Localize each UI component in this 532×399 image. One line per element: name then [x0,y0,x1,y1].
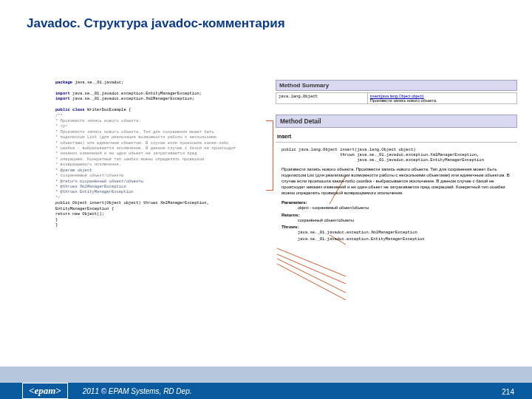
bracket-icon [266,120,273,191]
method-name: insert [277,134,517,139]
summary-return-type: java.lang.Object [276,93,368,104]
summary-signature-cell: insert(java.lang.Object object) Произвес… [367,93,516,104]
parameters-block: Parameters: object - сохраняемый объект/… [282,200,517,211]
summary-brief: Произвести запись нового объекта. [370,98,437,103]
epam-logo: <epam> [22,383,68,399]
javadoc-pane: Method Summary java.lang.Object insert(j… [276,80,517,243]
throws-label: Throws: [282,225,299,229]
svg-line-3 [277,254,346,284]
method-summary-table: java.lang.Object insert(java.lang.Object… [276,92,517,104]
copyright: 2011 © EPAM Systems, RD Dep. [83,387,192,395]
divider [276,142,517,143]
svg-line-4 [277,259,346,293]
code-pane: package package java.se._01.javadoc;java… [55,80,270,243]
footer-light-bar [0,366,532,383]
throws-2: java.se._01.javadoc.exception.EntityMana… [298,236,517,242]
svg-line-2 [277,248,346,276]
throws-block: Throws: java.se._01.javadoc.exception.Xm… [282,225,517,242]
method-summary-header: Method Summary [276,80,517,91]
slide-title: Javadoc. Структура javadoc-комментария [0,0,532,31]
returns-block: Returns: сохранённый объект/объекты [282,213,517,223]
svg-line-5 [277,264,346,300]
parameters-label: Parameters: [282,200,307,205]
parameters-text: object - сохраняемый объект/объекты [298,205,517,211]
throws-1: java.se._01.javadoc.exception.XmlManager… [298,230,517,235]
method-description: Произвести запись нового объекта. Произв… [282,167,513,196]
footer: <epam> 2011 © EPAM Systems, RD Dep. 214 [0,366,532,399]
returns-text: сохранённый объект/объекты [298,218,517,223]
method-detail-header: Method Detail [276,115,517,128]
returns-label: Returns: [282,213,300,217]
footer-dark-bar: <epam> 2011 © EPAM Systems, RD Dep. 214 [0,383,532,399]
content-area: package package java.se._01.javadoc;java… [55,80,517,243]
page-number: 214 [502,388,514,396]
method-signature: public java.lang.Object insert(java.lang… [282,147,517,163]
